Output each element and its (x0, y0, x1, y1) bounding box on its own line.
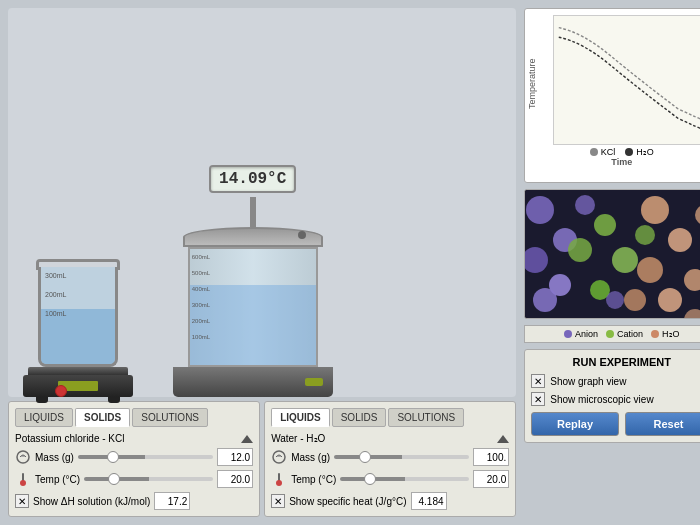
mass-icon-right (271, 449, 287, 465)
temp-label-left: Temp (°C) (35, 474, 80, 485)
main-apparatus: 14.09°C 600mL 500mL 400mL 300mL 200mL 10… (173, 165, 333, 397)
graph-canvas (553, 15, 700, 145)
legend-dot-kcl (590, 148, 598, 156)
show-graph-checkbox[interactable]: ✕ (531, 374, 545, 388)
show-microscopic-checkbox[interactable]: ✕ (531, 392, 545, 406)
show-microscopic-option: ✕ Show microscopic view (531, 392, 700, 406)
apparatus-base (173, 367, 333, 397)
graph-svg (554, 16, 700, 144)
svg-point-24 (606, 291, 624, 309)
scale-assembly: 300mL 200mL 100mL (23, 267, 133, 397)
legend-dot-h2o (625, 148, 633, 156)
dh-checkbox-row: ✕ Show ΔH solution (kJ/mol) (15, 492, 253, 510)
tab-solids-left[interactable]: SOLIDS (75, 408, 130, 427)
microscope-svg (525, 190, 700, 319)
temp-slider-left[interactable] (84, 477, 213, 481)
svg-point-11 (575, 195, 595, 215)
mass-slider-row-right: Mass (g) (271, 448, 509, 466)
scale-base (23, 375, 133, 397)
legend-cation: Cation (606, 329, 643, 339)
left-panel: 300mL 200mL 100mL (8, 8, 516, 517)
temperature-display: 14.09°C (209, 165, 296, 193)
tab-solutions-left[interactable]: SOLUTIONS (132, 408, 208, 427)
svg-point-16 (568, 238, 592, 262)
temp-slider-right[interactable] (340, 477, 469, 481)
show-graph-label: Show graph view (550, 376, 626, 387)
svg-point-2 (20, 480, 26, 486)
run-experiment-title: RUN EXPERIMENT (531, 356, 700, 368)
dh-label: Show ΔH solution (kJ/mol) (33, 496, 150, 507)
substance-arrow-left[interactable] (241, 435, 253, 443)
show-microscopic-label: Show microscopic view (550, 394, 653, 405)
microscope-area (524, 189, 700, 319)
replay-button[interactable]: Replay (531, 412, 619, 436)
specific-heat-label: Show specific heat (J/g°C) (289, 496, 406, 507)
legend-label-h2o: H₂O (636, 147, 654, 157)
controls-row: LIQUIDS SOLIDS SOLUTIONS Potassium chlor… (8, 401, 516, 517)
right-tabs: LIQUIDS SOLIDS SOLUTIONS (271, 408, 509, 427)
graph-legend: KCl H₂O (531, 147, 700, 157)
right-panel: Temperature KCl H₂O Time (524, 8, 700, 517)
dh-checkbox[interactable]: ✕ (15, 494, 29, 508)
temp-icon-left (15, 471, 31, 487)
specific-heat-value[interactable] (411, 492, 447, 510)
right-control-panel: LIQUIDS SOLIDS SOLUTIONS Water - H₂O Mas… (264, 401, 516, 517)
y-axis-label: Temperature (527, 29, 537, 139)
mass-label-left: Mass (g) (35, 452, 74, 463)
substance-arrow-right[interactable] (497, 435, 509, 443)
mass-icon-left (15, 449, 31, 465)
dh-value[interactable] (154, 492, 190, 510)
svg-point-13 (594, 214, 616, 236)
main-container: 300mL 200mL 100mL (0, 0, 700, 525)
substance-name-left: Potassium chloride - KCl (15, 433, 241, 444)
mass-label-right: Mass (g) (291, 452, 330, 463)
legend-water: H₂O (651, 329, 680, 339)
run-experiment-panel: RUN EXPERIMENT ✕ Show graph view ✕ Show … (524, 349, 700, 443)
left-tabs: LIQUIDS SOLIDS SOLUTIONS (15, 408, 253, 427)
mass-slider-right[interactable] (334, 455, 469, 459)
tab-solids-right[interactable]: SOLIDS (332, 408, 387, 427)
reset-button[interactable]: Reset (625, 412, 700, 436)
legend-label-anion: Anion (575, 329, 598, 339)
temp-value-left[interactable] (217, 470, 253, 488)
mass-value-right[interactable] (473, 448, 509, 466)
legend-anion: Anion (564, 329, 598, 339)
tab-liquids-left[interactable]: LIQUIDS (15, 408, 73, 427)
scale-dial (55, 385, 67, 397)
substance-name-right: Water - H₂O (271, 433, 497, 444)
micro-legend: Anion Cation H₂O (524, 325, 700, 343)
apparatus-lid (183, 227, 323, 247)
svg-point-5 (276, 480, 282, 486)
legend-kcl: KCl (590, 147, 616, 157)
substance-row-right: Water - H₂O (271, 433, 509, 444)
x-axis-label: Time (531, 157, 700, 167)
legend-label-cation: Cation (617, 329, 643, 339)
legend-dot-water (651, 330, 659, 338)
run-buttons: Replay Reset (531, 412, 700, 436)
legend-dot-anion (564, 330, 572, 338)
small-beaker: 300mL 200mL 100mL (38, 267, 118, 367)
svg-point-19 (637, 257, 663, 283)
specific-heat-checkbox[interactable]: ✕ (271, 494, 285, 508)
mass-slider-left[interactable] (78, 455, 213, 459)
legend-label-kcl: KCl (601, 147, 616, 157)
legend-h2o: H₂O (625, 147, 654, 157)
temp-value-right[interactable] (473, 470, 509, 488)
svg-point-25 (635, 225, 655, 245)
scale-platform (28, 367, 128, 375)
svg-point-12 (533, 288, 557, 312)
beaker-marks: 300mL 200mL 100mL (45, 272, 66, 317)
tab-liquids-right[interactable]: LIQUIDS (271, 408, 330, 427)
specific-heat-checkbox-row: ✕ Show specific heat (J/g°C) (271, 492, 509, 510)
graph-area: Temperature KCl H₂O Time (524, 8, 700, 183)
kcl-curve (559, 28, 700, 123)
tab-solutions-right[interactable]: SOLUTIONS (388, 408, 464, 427)
mass-value-left[interactable] (217, 448, 253, 466)
svg-point-17 (641, 196, 669, 224)
scale-feet (36, 397, 120, 403)
temp-label-right: Temp (°C) (291, 474, 336, 485)
show-graph-option: ✕ Show graph view (531, 374, 700, 388)
svg-point-7 (526, 196, 554, 224)
legend-label-water: H₂O (662, 329, 680, 339)
legend-dot-cation (606, 330, 614, 338)
